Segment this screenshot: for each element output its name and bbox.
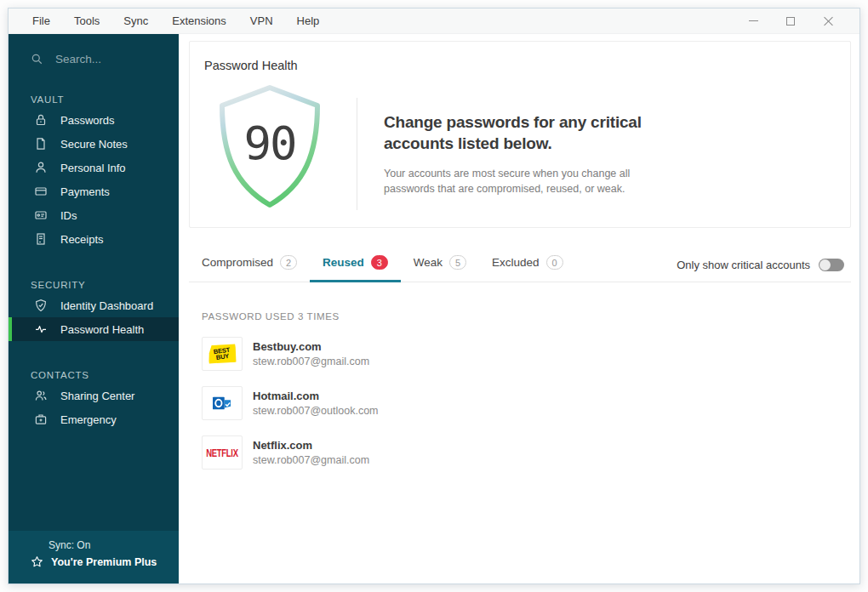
card-heading: Change passwords for any critical accoun…	[384, 111, 665, 154]
section-label-security: SECURITY	[9, 280, 179, 293]
account-email: stew.rob007@outlook.com	[253, 405, 379, 417]
sidebar-item-secure-notes[interactable]: Secure Notes	[9, 132, 179, 156]
sidebar: VAULT Passwords Secure Notes Personal In…	[9, 34, 179, 583]
health-score-shield: 90	[212, 81, 328, 212]
bestbuy-logo-text: BUY	[215, 353, 229, 361]
netflix-logo: NETFLIX	[202, 435, 243, 470]
health-score-value: 90	[212, 88, 328, 198]
app-window: File Tools Sync Extensions VPN Help VAUL…	[8, 8, 860, 584]
count-badge: 5	[449, 255, 466, 270]
star-icon	[31, 555, 43, 568]
window-controls	[747, 15, 859, 27]
section-label-contacts: CONTACTS	[9, 370, 179, 384]
password-health-card: Password Health 90 Change pa	[189, 41, 851, 228]
sidebar-item-label: Receipts	[60, 232, 104, 246]
close-icon[interactable]	[822, 15, 834, 27]
note-icon	[34, 137, 48, 151]
sidebar-footer: Sync: On You're Premium Plus	[9, 531, 179, 583]
sidebar-item-label: Sharing Center	[60, 389, 134, 402]
account-row-netflix[interactable]: NETFLIX Netflix.com stew.rob007@gmail.co…	[202, 435, 842, 470]
search-icon	[31, 53, 43, 65]
critical-accounts-toggle-row: Only show critical accounts	[677, 259, 851, 282]
sidebar-item-passwords[interactable]: Passwords	[9, 108, 179, 132]
menu-help[interactable]: Help	[285, 14, 332, 27]
critical-accounts-toggle[interactable]	[819, 259, 844, 271]
pulse-icon	[34, 322, 48, 336]
section-label-vault: VAULT	[9, 94, 179, 108]
card-title: Password Health	[204, 59, 298, 72]
sidebar-item-label: Secure Notes	[60, 137, 128, 151]
sidebar-item-label: Passwords	[60, 113, 115, 127]
tab-excluded[interactable]: Excluded 0	[479, 255, 576, 282]
tab-reused[interactable]: Reused 3	[310, 255, 401, 282]
sync-status: Sync: On	[31, 539, 179, 551]
shield-check-icon	[34, 299, 48, 312]
outlook-logo	[202, 386, 243, 420]
outlook-logo-icon	[212, 394, 232, 413]
sidebar-item-label: Emergency	[60, 413, 117, 426]
menu-file[interactable]: File	[20, 14, 62, 27]
person-icon	[34, 161, 48, 174]
account-list: BEST BUY Bestbuy.com stew.rob007@gmail.c…	[202, 337, 842, 485]
account-email: stew.rob007@gmail.com	[253, 356, 369, 367]
tab-label: Reused	[323, 256, 364, 269]
tab-compromised[interactable]: Compromised 2	[189, 255, 310, 282]
main-content: Password Health 90 Change pa	[179, 34, 859, 583]
search-bar[interactable]	[9, 34, 179, 65]
sidebar-item-label: Password Health	[60, 322, 144, 336]
count-badge-critical: 3	[371, 255, 388, 270]
toggle-label: Only show critical accounts	[677, 259, 810, 271]
menu-bar: File Tools Sync Extensions VPN Help	[9, 9, 859, 34]
toggle-knob	[819, 259, 831, 270]
receipt-icon	[34, 232, 48, 246]
sidebar-item-personal-info[interactable]: Personal Info	[9, 156, 179, 179]
menu-sync[interactable]: Sync	[111, 14, 160, 27]
sidebar-item-label: Payments	[60, 185, 110, 198]
sidebar-item-password-health[interactable]: Password Health	[9, 317, 179, 341]
sidebar-item-sharing-center[interactable]: Sharing Center	[9, 384, 179, 407]
account-row-hotmail[interactable]: Hotmail.com stew.rob007@outlook.com	[202, 386, 842, 420]
bestbuy-logo: BEST BUY	[202, 337, 243, 371]
netflix-logo-text: NETFLIX	[206, 447, 237, 458]
card-description: Your accounts are most secure when you c…	[384, 166, 648, 196]
tab-label: Excluded	[492, 256, 540, 269]
menu-tools[interactable]: Tools	[62, 14, 111, 27]
credit-card-icon	[34, 185, 48, 198]
tab-label: Weak	[414, 256, 443, 269]
count-badge: 2	[280, 255, 297, 270]
sidebar-item-label: Personal Info	[60, 161, 126, 174]
maximize-icon[interactable]	[785, 15, 797, 27]
sidebar-item-label: IDs	[60, 208, 77, 222]
search-input[interactable]	[55, 53, 157, 65]
tab-label: Compromised	[202, 256, 273, 269]
sidebar-item-emergency[interactable]: Emergency	[9, 407, 179, 431]
premium-status[interactable]: You're Premium Plus	[31, 555, 179, 568]
account-row-bestbuy[interactable]: BEST BUY Bestbuy.com stew.rob007@gmail.c…	[202, 337, 842, 371]
tabs-row: Compromised 2 Reused 3 Weak 5 Excluded 0…	[189, 248, 851, 282]
id-card-icon	[34, 208, 48, 222]
emergency-kit-icon	[34, 413, 48, 426]
tab-weak[interactable]: Weak 5	[401, 255, 479, 282]
people-icon	[34, 389, 48, 402]
account-name: Bestbuy.com	[253, 340, 369, 353]
sidebar-item-ids[interactable]: IDs	[9, 203, 179, 227]
account-email: stew.rob007@gmail.com	[253, 454, 369, 466]
sidebar-item-label: Identity Dashboard	[60, 299, 153, 312]
sidebar-item-payments[interactable]: Payments	[9, 179, 179, 203]
premium-label: You're Premium Plus	[51, 556, 157, 568]
card-divider	[357, 98, 357, 210]
minimize-icon[interactable]	[747, 15, 759, 27]
menu-extensions[interactable]: Extensions	[160, 14, 238, 27]
sidebar-item-receipts[interactable]: Receipts	[9, 227, 179, 251]
account-name: Hotmail.com	[253, 390, 379, 402]
count-badge: 0	[546, 255, 563, 270]
menu-vpn[interactable]: VPN	[238, 14, 285, 27]
lock-icon	[34, 113, 48, 127]
list-header: PASSWORD USED 3 TIMES	[202, 311, 340, 322]
sidebar-item-identity-dashboard[interactable]: Identity Dashboard	[9, 293, 179, 317]
account-name: Netflix.com	[253, 439, 369, 452]
